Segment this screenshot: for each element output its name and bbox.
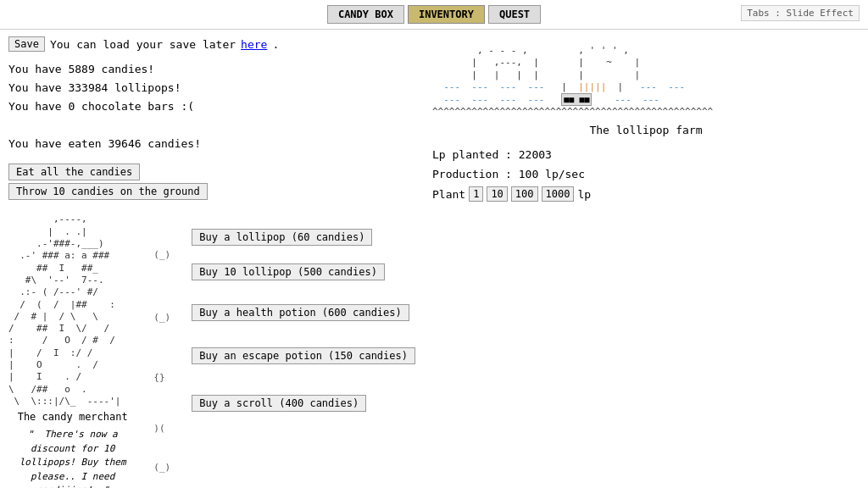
tab-inventory[interactable]: INVENTORY <box>408 5 485 24</box>
save-message: You can load your save later <box>50 38 236 51</box>
plant-1-button[interactable]: 1 <box>469 186 483 202</box>
merchant-ascii: ,----, | . .| .-'###-,___) .-' ### a: a … <box>8 214 136 408</box>
production: Production : 100 lp/sec <box>432 164 860 184</box>
top-navigation: CANDY BOX INVENTORY QUEST Tabs : Slide E… <box>0 0 868 30</box>
action-buttons: Eat all the candies Throw 10 candies on … <box>8 164 415 200</box>
buy-lollipop-button[interactable]: Buy a lollipop (60 candies) <box>192 229 372 246</box>
shop-section: (_) (_) {} )( (_) () || (_\ | c n d (_/_… <box>153 214 415 488</box>
buy-escape-potion-button[interactable]: Buy an escape potion (150 candies) <box>192 347 415 364</box>
tab-candy-box[interactable]: CANDY BOX <box>327 5 404 24</box>
right-panel: , - - - , , ' ' ' , | ,---, | | ~ | | | … <box>415 36 860 488</box>
lp-planted: Lp planted : 22003 <box>432 145 860 164</box>
save-row: Save You can load your save later here. <box>8 36 415 52</box>
plant-label: Plant <box>432 185 465 204</box>
plant-100-button[interactable]: 100 <box>511 186 538 202</box>
tab-quest[interactable]: QUEST <box>488 5 541 24</box>
merchant-section: ,----, | . .| .-'###-,___) .-' ### a: a … <box>8 214 136 488</box>
stats-section: You have 5889 candies! You have 333984 l… <box>8 60 415 153</box>
throw-candies-button[interactable]: Throw 10 candies on the ground <box>8 183 208 200</box>
candy-count: You have 5889 candies! <box>8 60 415 79</box>
plant-1000-button[interactable]: 1000 <box>542 186 575 202</box>
plant-10-button[interactable]: 10 <box>487 186 507 202</box>
plant-row: Plant 1 10 100 1000 lp <box>432 185 860 204</box>
shop-buttons-column: Buy a lollipop (60 candies) Buy 10 lolli… <box>192 222 415 429</box>
bottom-section: ,----, | . .| .-'###-,___) .-' ### a: a … <box>8 214 415 488</box>
merchant-title: The candy merchant <box>8 411 136 423</box>
save-button[interactable]: Save <box>8 36 45 52</box>
farm-ascii: , - - - , , ' ' ' , | ,---, | | ~ | | | … <box>432 45 860 119</box>
eaten-count: You have eaten 39646 candies! <box>8 135 415 153</box>
lp-suffix: lp <box>577 185 591 204</box>
tabs-hint: Tabs : Slide Effect <box>741 5 860 21</box>
buy-health-potion-button[interactable]: Buy a health potion (600 candies) <box>192 304 409 321</box>
buy-scroll-button[interactable]: Buy a scroll (400 candies) <box>192 395 366 412</box>
save-link[interactable]: here <box>241 38 267 51</box>
chocolate-count: You have 0 chocolate bars :( <box>8 97 415 116</box>
left-panel: Save You can load your save later here. … <box>8 36 415 488</box>
farm-stats: Lp planted : 22003 Production : 100 lp/s… <box>432 145 860 204</box>
farm-title: The lollipop farm <box>432 124 860 136</box>
lollipop-count: You have 333984 lollipops! <box>8 79 415 97</box>
buy-10-lollipops-button[interactable]: Buy 10 lollipop (500 candies) <box>192 263 385 280</box>
main-content: Save You can load your save later here. … <box>0 30 868 488</box>
eat-all-button[interactable]: Eat all the candies <box>8 164 140 180</box>
merchant-quote: " There's now a discount for 10 lollipop… <box>8 428 136 488</box>
shop-ascii-column: (_) (_) {} )( (_) () || (_\ | c n d (_/_… <box>153 222 183 488</box>
